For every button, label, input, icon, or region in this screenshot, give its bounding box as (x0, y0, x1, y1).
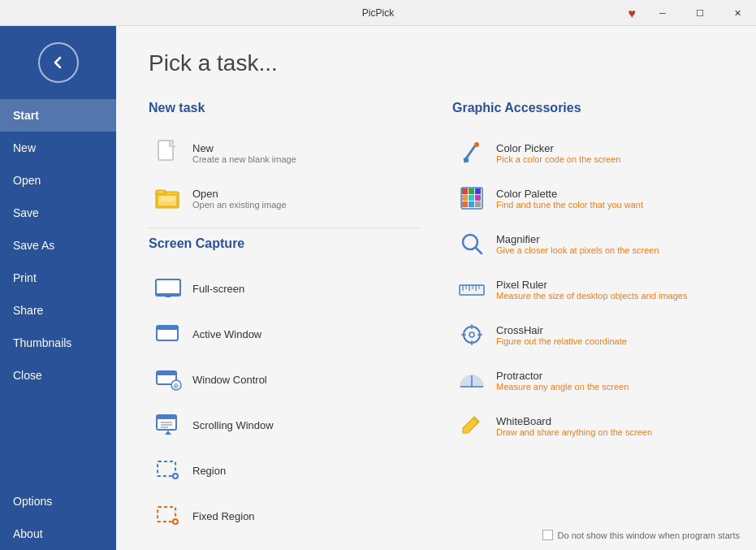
sidebar-item-print[interactable]: Print (0, 262, 116, 294)
pixel-ruler-icon (457, 275, 486, 304)
svg-rect-20 (158, 461, 175, 476)
color-palette-icon (457, 184, 486, 213)
two-column-layout: New task New Create a new blank image (149, 101, 724, 550)
protractor-text: Protractor Measure any angle on the scre… (496, 370, 629, 392)
window-control-text: Window Control (192, 374, 267, 386)
svg-text:⊕: ⊕ (173, 382, 179, 390)
svg-rect-39 (469, 195, 474, 201)
pixel-ruler-text: Pixel Ruler Measure the size of desktop … (496, 279, 687, 301)
region-text: Region (192, 465, 226, 477)
region-item[interactable]: Region (149, 449, 420, 492)
svg-rect-11 (157, 371, 176, 375)
color-picker-item[interactable]: Color Picker Pick a color code on the sc… (452, 132, 724, 174)
fixed-region-text: Fixed Region (192, 510, 255, 522)
magnifier-item[interactable]: Magnifier Give a closer look at pixels o… (452, 223, 724, 265)
svg-rect-42 (469, 201, 474, 207)
magnifier-icon (457, 229, 486, 258)
open-task-item[interactable]: Open Open an existing image (149, 177, 420, 219)
active-window-item[interactable]: Active Window (149, 313, 420, 355)
color-picker-text: Color Picker Pick a color code on the sc… (496, 142, 620, 164)
sidebar-item-start[interactable]: Start (0, 99, 116, 132)
new-task-icon (153, 138, 183, 167)
back-button[interactable] (38, 42, 79, 83)
screen-capture-section-title: Screen Capture (149, 236, 420, 254)
close-button[interactable]: ✕ (719, 0, 756, 26)
sidebar: Start New Open Save Save As Print Share … (0, 26, 116, 550)
svg-point-33 (474, 142, 479, 147)
fullscreen-item[interactable]: Full-screen (149, 267, 420, 310)
svg-rect-43 (475, 201, 481, 207)
right-column: Graphic Accessories Color Picker Pick a … (452, 101, 724, 550)
scrolling-window-icon (153, 410, 183, 440)
svg-rect-6 (156, 293, 180, 296)
fixed-region-icon (153, 501, 183, 531)
open-task-text: Open Open an existing image (192, 188, 287, 210)
svg-rect-35 (462, 188, 468, 194)
svg-rect-41 (462, 201, 468, 207)
color-picker-icon (457, 138, 486, 167)
sidebar-item-thumbnails[interactable]: Thumbnails (0, 327, 116, 359)
sidebar-item-share[interactable]: Share (0, 294, 116, 327)
magnifier-text: Magnifier Give a closer look at pixels o… (496, 233, 659, 255)
window-controls: ─ ☐ ✕ (644, 0, 756, 26)
svg-rect-9 (157, 326, 178, 330)
page-title: Pick a task... (149, 50, 724, 76)
active-window-text: Active Window (192, 328, 261, 340)
fullscreen-icon (153, 274, 183, 303)
sidebar-item-open[interactable]: Open (0, 164, 116, 197)
svg-point-54 (469, 332, 474, 337)
color-palette-text: Color Palette Find and tune the color th… (496, 188, 643, 210)
whiteboard-item[interactable]: WhiteBoard Draw and share anything on th… (452, 405, 724, 447)
new-task-text: New Create a new blank image (192, 142, 296, 164)
sidebar-item-save-as[interactable]: Save As (0, 229, 116, 262)
minimize-button[interactable]: ─ (644, 0, 681, 26)
svg-rect-38 (462, 195, 468, 201)
window-control-item[interactable]: ⊕ Window Control (149, 358, 420, 401)
svg-rect-32 (464, 158, 469, 163)
protractor-item[interactable]: Protractor Measure any angle on the scre… (452, 359, 724, 401)
svg-rect-3 (156, 190, 166, 194)
color-palette-item[interactable]: Color Palette Find and tune the color th… (452, 177, 724, 219)
sidebar-spacer (0, 392, 116, 485)
crosshair-icon (457, 320, 486, 349)
window-control-icon: ⊕ (153, 365, 183, 394)
svg-line-31 (466, 145, 476, 158)
svg-rect-36 (469, 188, 474, 194)
whiteboard-icon (457, 411, 486, 440)
sidebar-item-close[interactable]: Close (0, 359, 116, 392)
heart-icon[interactable]: ♥ (629, 6, 637, 21)
region-icon (153, 456, 183, 485)
crosshair-text: CrossHair Figure out the relative coordi… (496, 324, 627, 346)
sidebar-item-options[interactable]: Options (0, 485, 116, 518)
sidebar-item-new[interactable]: New (0, 132, 116, 164)
content-area: Pick a task... New task Ne (116, 26, 756, 550)
freehand-item[interactable]: FreeHand (149, 540, 420, 550)
maximize-button[interactable]: ☐ (681, 0, 719, 26)
svg-line-45 (476, 248, 482, 253)
fixed-region-item[interactable]: Fixed Region (149, 495, 420, 537)
dont-show-label: Do not show this window when program sta… (558, 531, 740, 540)
app-body: Start New Open Save Save As Print Share … (0, 26, 756, 550)
scrolling-window-text: Scrolling Window (192, 419, 274, 431)
sidebar-item-save[interactable]: Save (0, 197, 116, 229)
svg-marker-19 (165, 431, 171, 435)
fullscreen-text: Full-screen (192, 283, 244, 295)
section-divider (149, 227, 420, 228)
svg-rect-40 (475, 195, 481, 201)
crosshair-item[interactable]: CrossHair Figure out the relative coordi… (452, 314, 724, 356)
scrolling-window-item[interactable]: Scrolling Window (149, 404, 420, 446)
footer: Do not show this window when program sta… (542, 530, 740, 540)
sidebar-item-about[interactable]: About (0, 518, 116, 550)
dont-show-checkbox[interactable] (542, 530, 553, 540)
title-bar: PicPick ♥ ─ ☐ ✕ (0, 0, 756, 26)
svg-rect-24 (158, 507, 175, 522)
active-window-icon (153, 319, 183, 349)
svg-rect-37 (475, 188, 481, 194)
protractor-icon (457, 366, 486, 395)
new-task-item[interactable]: New Create a new blank image (149, 132, 420, 174)
graphic-accessories-title: Graphic Accessories (452, 101, 724, 119)
pixel-ruler-item[interactable]: Pixel Ruler Measure the size of desktop … (452, 268, 724, 310)
svg-rect-15 (157, 415, 176, 419)
whiteboard-text: WhiteBoard Draw and share anything on th… (496, 415, 652, 437)
open-task-icon (153, 184, 183, 213)
